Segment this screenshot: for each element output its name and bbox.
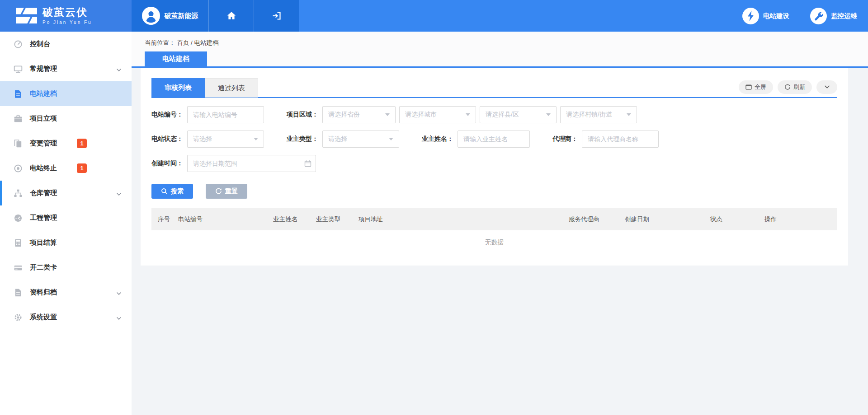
reset-button[interactable]: 重置	[206, 184, 247, 199]
dashboard-icon	[14, 40, 23, 49]
sidebar-item-general-mgmt[interactable]: 常规管理	[0, 56, 132, 81]
document-icon	[14, 89, 23, 98]
filter-row-3: 创建时间：	[151, 155, 837, 172]
breadcrumb-home-link[interactable]: 首页	[177, 39, 189, 46]
status-select[interactable]: 请选择	[187, 131, 264, 148]
column-actions: 操作	[758, 215, 837, 224]
breadcrumb-separator: /	[191, 39, 193, 46]
notification-badge: 1	[77, 163, 87, 173]
sidebar-item-label: 常规管理	[30, 65, 57, 73]
column-status: 状态	[704, 215, 758, 224]
gauge-icon	[14, 214, 23, 223]
region-label: 项目区域：	[287, 111, 318, 119]
caret-down-icon	[546, 113, 551, 116]
sitemap-icon	[14, 189, 23, 198]
monitor-icon	[14, 65, 23, 74]
quick-link-station-build[interactable]: 电站建设	[742, 8, 789, 24]
province-placeholder: 请选择省份	[328, 111, 360, 119]
sidebar-item-data-archive[interactable]: 资料归档	[0, 280, 132, 305]
date-range-input[interactable]	[187, 155, 316, 172]
search-icon	[161, 188, 168, 195]
quick-link-label: 电站建设	[763, 12, 789, 20]
brand-area: 破茧云伏 Po Jian Yun Fu	[0, 0, 132, 32]
chevron-down-icon	[116, 66, 122, 75]
fullscreen-icon	[745, 84, 752, 90]
owner-name-input[interactable]	[458, 131, 530, 148]
home-button[interactable]	[208, 0, 254, 32]
sidebar-item-card-opening[interactable]: 开二类卡	[0, 255, 132, 280]
logout-button[interactable]	[254, 0, 299, 32]
tab-passed-list[interactable]: 通过列表	[205, 78, 258, 98]
caret-down-icon	[389, 138, 393, 140]
wrench-icon	[810, 8, 827, 24]
filter-actions: 搜索 重置	[151, 184, 837, 199]
caret-down-icon	[254, 138, 258, 140]
fullscreen-label: 全屏	[755, 83, 766, 91]
header-account-section: 破茧新能源	[132, 0, 299, 32]
create-time-label: 创建时间：	[151, 159, 183, 168]
search-button[interactable]: 搜索	[151, 184, 193, 199]
city-placeholder: 请选择城市	[405, 111, 437, 119]
sidebar-item-change-mgmt[interactable]: 变更管理 1	[0, 131, 132, 156]
search-label: 搜索	[171, 187, 184, 196]
fullscreen-button[interactable]: 全屏	[739, 80, 773, 94]
target-icon	[14, 164, 23, 173]
account-info[interactable]: 破茧新能源	[132, 0, 208, 32]
header-nav: 电站建设 监控运维	[299, 0, 868, 32]
sidebar-item-label: 资料归档	[30, 288, 57, 297]
sidebar-item-label: 电站终止	[30, 164, 57, 173]
county-placeholder: 请选择县/区	[486, 111, 519, 119]
sign-in-icon	[272, 11, 282, 21]
account-name: 破茧新能源	[165, 12, 198, 20]
owner-name-label: 业主姓名：	[422, 135, 453, 143]
province-select[interactable]: 请选择省份	[322, 106, 396, 123]
quick-link-monitor-ops[interactable]: 监控运维	[810, 8, 857, 24]
sidebar-item-label: 变更管理	[30, 139, 57, 148]
sidebar-item-station-termination[interactable]: 电站终止 1	[0, 156, 132, 181]
agent-input[interactable]	[582, 131, 659, 148]
column-index: 序号	[151, 215, 172, 224]
sidebar-item-label: 开二类卡	[30, 263, 57, 272]
city-select[interactable]: 请选择城市	[399, 106, 476, 123]
reset-label: 重置	[225, 187, 238, 196]
sidebar-item-station-filing[interactable]: 电站建档	[0, 81, 132, 106]
user-avatar-icon	[142, 7, 160, 25]
status-placeholder: 请选择	[193, 135, 212, 143]
owner-type-placeholder: 请选择	[328, 135, 347, 143]
calendar-icon[interactable]	[304, 160, 311, 169]
breadcrumb: 当前位置： 首页 / 电站建档	[132, 32, 868, 47]
home-icon	[226, 11, 236, 21]
calculator-icon	[14, 238, 23, 247]
reset-icon	[215, 188, 222, 195]
sidebar-item-label: 项目立项	[30, 114, 57, 123]
tab-review-list[interactable]: 审核列表	[151, 78, 205, 98]
agent-label: 代理商：	[552, 135, 578, 143]
sidebar-item-warehouse-mgmt[interactable]: 仓库管理	[0, 181, 132, 205]
sidebar-item-system-settings[interactable]: 系统设置	[0, 305, 132, 330]
station-no-label: 电站编号：	[151, 111, 183, 119]
owner-type-select[interactable]: 请选择	[322, 131, 399, 148]
sidebar-item-engineering-mgmt[interactable]: 工程管理	[0, 205, 132, 230]
chevron-down-icon	[116, 290, 122, 298]
quick-link-label: 监控运维	[831, 12, 857, 20]
county-select[interactable]: 请选择县/区	[480, 106, 557, 123]
archive-icon	[14, 288, 23, 297]
column-create-date: 创建日期	[618, 215, 704, 224]
filter-row-2: 电站状态： 请选择 业主类型： 请选择 业主姓名： 代理商：	[151, 131, 837, 148]
collapse-button[interactable]	[816, 80, 837, 94]
page-tab[interactable]: 电站建档	[145, 51, 207, 66]
sidebar-item-project-initiation[interactable]: 项目立项	[0, 106, 132, 131]
sidebar-item-console[interactable]: 控制台	[0, 32, 132, 56]
sidebar-item-project-settlement[interactable]: 项目结算	[0, 230, 132, 255]
top-header: 破茧云伏 Po Jian Yun Fu 破茧新能源	[0, 0, 868, 32]
town-select[interactable]: 请选择村镇/街道	[560, 106, 637, 123]
breadcrumb-prefix: 当前位置：	[145, 39, 175, 46]
tabs-row: 审核列表 通过列表 全屏 刷新	[151, 79, 837, 98]
breadcrumb-current: 电站建档	[194, 39, 219, 46]
refresh-button[interactable]: 刷新	[778, 80, 812, 94]
owner-type-label: 业主类型：	[287, 135, 318, 143]
gear-icon	[14, 313, 23, 322]
filter-row-1: 电站编号： 项目区域： 请选择省份 请选择城市 请选择县/区 请选择村镇/街道	[151, 106, 837, 123]
refresh-label: 刷新	[793, 83, 805, 91]
station-no-input[interactable]	[187, 106, 264, 123]
